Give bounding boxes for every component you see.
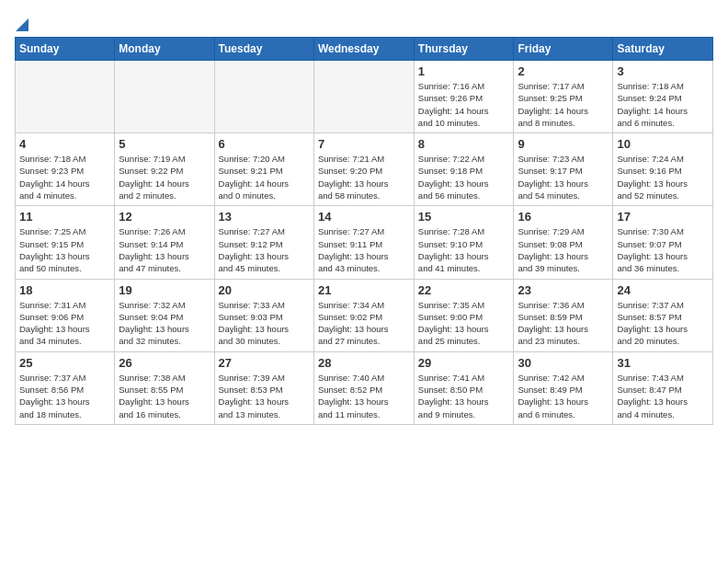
day-info: Sunrise: 7:18 AM Sunset: 9:24 PM Dayligh…	[617, 80, 709, 129]
day-info: Sunrise: 7:39 AM Sunset: 8:53 PM Dayligh…	[219, 372, 310, 420]
calendar-cell: 8Sunrise: 7:22 AM Sunset: 9:18 PM Daylig…	[414, 133, 514, 206]
day-number: 14	[318, 210, 410, 224]
day-number: 18	[19, 283, 110, 297]
day-info: Sunrise: 7:16 AM Sunset: 9:26 PM Dayligh…	[418, 80, 510, 129]
calendar-cell: 31Sunrise: 7:43 AM Sunset: 8:47 PM Dayli…	[613, 351, 713, 424]
page-header	[15, 15, 713, 29]
day-number: 19	[119, 283, 210, 297]
day-info: Sunrise: 7:33 AM Sunset: 9:03 PM Dayligh…	[219, 299, 310, 348]
col-header-sunday: Sunday	[16, 38, 115, 61]
day-number: 3	[617, 64, 709, 78]
day-number: 9	[518, 137, 609, 151]
calendar-cell: 3Sunrise: 7:18 AM Sunset: 9:24 PM Daylig…	[613, 61, 713, 133]
day-number: 31	[617, 356, 709, 370]
day-info: Sunrise: 7:43 AM Sunset: 8:47 PM Dayligh…	[617, 372, 709, 420]
calendar-cell	[214, 61, 313, 133]
day-number: 6	[219, 137, 310, 151]
day-number: 12	[119, 210, 210, 224]
day-info: Sunrise: 7:38 AM Sunset: 8:55 PM Dayligh…	[119, 372, 210, 420]
day-info: Sunrise: 7:18 AM Sunset: 9:23 PM Dayligh…	[19, 153, 110, 201]
day-number: 23	[518, 283, 609, 297]
day-number: 20	[219, 283, 310, 297]
calendar-cell: 26Sunrise: 7:38 AM Sunset: 8:55 PM Dayli…	[115, 351, 214, 424]
calendar-cell: 4Sunrise: 7:18 AM Sunset: 9:23 PM Daylig…	[16, 133, 115, 206]
day-number: 15	[418, 210, 510, 224]
day-number: 29	[418, 356, 510, 370]
col-header-friday: Friday	[514, 38, 613, 61]
day-info: Sunrise: 7:42 AM Sunset: 8:49 PM Dayligh…	[518, 372, 609, 420]
day-number: 17	[617, 210, 709, 224]
calendar-cell: 22Sunrise: 7:35 AM Sunset: 9:00 PM Dayli…	[414, 279, 514, 351]
day-number: 10	[617, 137, 709, 151]
day-number: 30	[518, 356, 609, 370]
calendar-cell: 28Sunrise: 7:40 AM Sunset: 8:52 PM Dayli…	[313, 351, 414, 424]
day-number: 13	[219, 210, 310, 224]
day-info: Sunrise: 7:32 AM Sunset: 9:04 PM Dayligh…	[119, 299, 210, 348]
day-info: Sunrise: 7:22 AM Sunset: 9:18 PM Dayligh…	[418, 153, 510, 201]
day-number: 8	[418, 137, 510, 151]
day-number: 2	[518, 64, 609, 78]
calendar-cell: 6Sunrise: 7:20 AM Sunset: 9:21 PM Daylig…	[214, 133, 313, 206]
col-header-wednesday: Wednesday	[313, 38, 414, 61]
calendar-cell: 1Sunrise: 7:16 AM Sunset: 9:26 PM Daylig…	[414, 61, 514, 133]
day-info: Sunrise: 7:26 AM Sunset: 9:14 PM Dayligh…	[119, 225, 210, 274]
day-number: 7	[318, 137, 410, 151]
calendar-cell	[115, 61, 214, 133]
day-info: Sunrise: 7:28 AM Sunset: 9:10 PM Dayligh…	[418, 225, 510, 274]
calendar-cell: 20Sunrise: 7:33 AM Sunset: 9:03 PM Dayli…	[214, 279, 313, 351]
day-number: 4	[19, 137, 110, 151]
svg-marker-0	[16, 18, 28, 31]
logo	[15, 15, 28, 29]
day-info: Sunrise: 7:41 AM Sunset: 8:50 PM Dayligh…	[418, 372, 510, 420]
day-number: 27	[219, 356, 310, 370]
day-info: Sunrise: 7:40 AM Sunset: 8:52 PM Dayligh…	[318, 372, 410, 420]
calendar-cell: 13Sunrise: 7:27 AM Sunset: 9:12 PM Dayli…	[214, 206, 313, 279]
col-header-monday: Monday	[115, 38, 214, 61]
day-number: 21	[318, 283, 410, 297]
calendar-cell: 2Sunrise: 7:17 AM Sunset: 9:25 PM Daylig…	[514, 61, 613, 133]
calendar-cell	[313, 61, 414, 133]
day-number: 11	[19, 210, 110, 224]
day-info: Sunrise: 7:37 AM Sunset: 8:56 PM Dayligh…	[19, 372, 110, 420]
col-header-saturday: Saturday	[613, 38, 713, 61]
calendar-cell: 17Sunrise: 7:30 AM Sunset: 9:07 PM Dayli…	[613, 206, 713, 279]
day-number: 26	[119, 356, 210, 370]
day-number: 25	[19, 356, 110, 370]
calendar-cell: 5Sunrise: 7:19 AM Sunset: 9:22 PM Daylig…	[115, 133, 214, 206]
day-number: 1	[418, 64, 510, 78]
calendar-cell: 23Sunrise: 7:36 AM Sunset: 8:59 PM Dayli…	[514, 279, 613, 351]
day-info: Sunrise: 7:27 AM Sunset: 9:11 PM Dayligh…	[318, 225, 410, 274]
calendar-cell: 25Sunrise: 7:37 AM Sunset: 8:56 PM Dayli…	[16, 351, 115, 424]
col-header-thursday: Thursday	[414, 38, 514, 61]
day-info: Sunrise: 7:30 AM Sunset: 9:07 PM Dayligh…	[617, 225, 709, 274]
calendar-cell: 10Sunrise: 7:24 AM Sunset: 9:16 PM Dayli…	[613, 133, 713, 206]
day-info: Sunrise: 7:34 AM Sunset: 9:02 PM Dayligh…	[318, 299, 410, 348]
col-header-tuesday: Tuesday	[214, 38, 313, 61]
day-info: Sunrise: 7:24 AM Sunset: 9:16 PM Dayligh…	[617, 153, 709, 201]
day-info: Sunrise: 7:27 AM Sunset: 9:12 PM Dayligh…	[219, 225, 310, 274]
calendar-table: SundayMondayTuesdayWednesdayThursdayFrid…	[15, 37, 713, 425]
calendar-cell: 27Sunrise: 7:39 AM Sunset: 8:53 PM Dayli…	[214, 351, 313, 424]
calendar-cell: 24Sunrise: 7:37 AM Sunset: 8:57 PM Dayli…	[613, 279, 713, 351]
calendar-cell: 9Sunrise: 7:23 AM Sunset: 9:17 PM Daylig…	[514, 133, 613, 206]
calendar-cell: 21Sunrise: 7:34 AM Sunset: 9:02 PM Dayli…	[313, 279, 414, 351]
calendar-cell: 19Sunrise: 7:32 AM Sunset: 9:04 PM Dayli…	[115, 279, 214, 351]
day-info: Sunrise: 7:17 AM Sunset: 9:25 PM Dayligh…	[518, 80, 609, 129]
calendar-cell: 12Sunrise: 7:26 AM Sunset: 9:14 PM Dayli…	[115, 206, 214, 279]
calendar-cell	[16, 61, 115, 133]
day-number: 28	[318, 356, 410, 370]
logo-icon	[16, 15, 28, 31]
calendar-cell: 7Sunrise: 7:21 AM Sunset: 9:20 PM Daylig…	[313, 133, 414, 206]
day-info: Sunrise: 7:29 AM Sunset: 9:08 PM Dayligh…	[518, 225, 609, 274]
calendar-cell: 18Sunrise: 7:31 AM Sunset: 9:06 PM Dayli…	[16, 279, 115, 351]
day-number: 5	[119, 137, 210, 151]
day-info: Sunrise: 7:35 AM Sunset: 9:00 PM Dayligh…	[418, 299, 510, 348]
day-info: Sunrise: 7:20 AM Sunset: 9:21 PM Dayligh…	[219, 153, 310, 201]
calendar-cell: 30Sunrise: 7:42 AM Sunset: 8:49 PM Dayli…	[514, 351, 613, 424]
day-info: Sunrise: 7:25 AM Sunset: 9:15 PM Dayligh…	[19, 225, 110, 274]
calendar-cell: 11Sunrise: 7:25 AM Sunset: 9:15 PM Dayli…	[16, 206, 115, 279]
day-info: Sunrise: 7:19 AM Sunset: 9:22 PM Dayligh…	[119, 153, 210, 201]
day-number: 24	[617, 283, 709, 297]
day-info: Sunrise: 7:21 AM Sunset: 9:20 PM Dayligh…	[318, 153, 410, 201]
calendar-cell: 14Sunrise: 7:27 AM Sunset: 9:11 PM Dayli…	[313, 206, 414, 279]
